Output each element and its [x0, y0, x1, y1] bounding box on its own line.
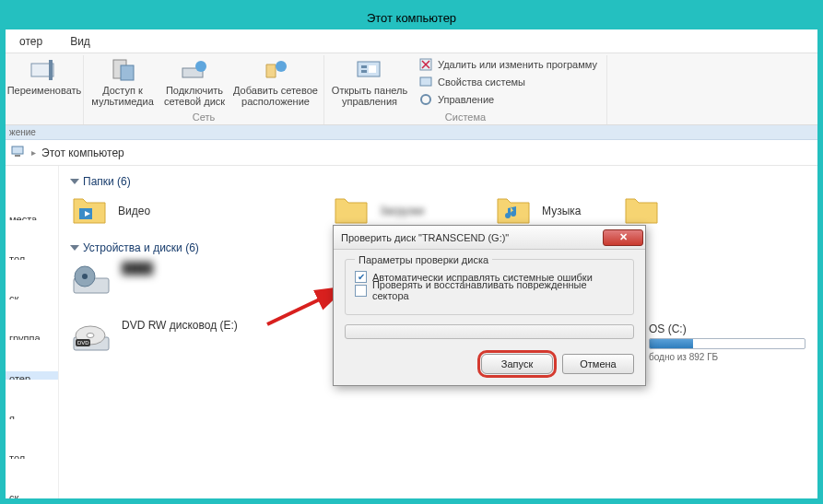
media-icon: [108, 57, 137, 83]
manage-icon: [418, 92, 433, 107]
control-panel-button[interactable]: Открыть панель управления: [330, 55, 409, 109]
svg-rect-9: [361, 70, 367, 73]
nav-this-pc[interactable]: отер: [6, 371, 58, 380]
nav-pane[interactable]: места тол ск группа отер я тол ск: [6, 166, 59, 498]
addnet-label: Добавить сетевое расположение: [233, 85, 318, 107]
nav-item-2[interactable]: тол: [6, 451, 58, 459]
svg-point-5: [195, 61, 206, 72]
option-scan-recover[interactable]: Проверять и восстанавливать поврежденные…: [355, 279, 624, 301]
folder-video[interactable]: Видео: [72, 195, 256, 227]
chevron-right-icon: ▸: [31, 147, 36, 158]
check-disk-dialog: Проверить диск "TRANSCEND (G:)" ✕ Параме…: [333, 225, 646, 386]
add-network-icon: [261, 57, 290, 83]
sysprops-label: Свойства системы: [438, 76, 525, 88]
cancel-button[interactable]: Отмена: [562, 354, 634, 374]
nav-item-1[interactable]: я: [6, 411, 58, 419]
svg-rect-3: [121, 65, 134, 80]
dvd-drive-icon: DVD: [72, 319, 112, 356]
dialog-titlebar[interactable]: Проверить диск "TRANSCEND (G:)" ✕: [334, 226, 645, 250]
nav-group[interactable]: группа: [6, 331, 58, 339]
drive-dvd[interactable]: DVD DVD RW дисковод (E:): [72, 319, 312, 356]
svg-rect-10: [369, 65, 376, 73]
tab-computer[interactable]: отер: [6, 30, 56, 53]
svg-rect-14: [12, 147, 23, 154]
options-legend: Параметры проверки диска: [355, 254, 492, 265]
folder-music-label: Музыка: [542, 205, 581, 217]
svg-text:DVD: DVD: [77, 340, 89, 346]
folder-icon: [624, 195, 661, 227]
breadcrumb-root[interactable]: Этот компьютер: [41, 147, 124, 159]
downloads-folder-icon: [334, 195, 370, 227]
ribbon-footer: жение: [6, 125, 817, 140]
uninstall-program-button[interactable]: Удалить или изменить программу: [418, 57, 597, 72]
folder-downloads[interactable]: Загрузки: [334, 195, 518, 227]
option-scan-recover-label: Проверять и восстанавливать поврежденные…: [372, 279, 624, 301]
folder-video-label: Видео: [118, 205, 150, 217]
pc-icon: [11, 144, 26, 161]
drive-dvd-label: DVD RW дисковод (E:): [122, 319, 238, 332]
media-label: Доступ к мультимедиа: [91, 85, 154, 107]
checkbox-checked-icon[interactable]: ✔: [355, 271, 367, 283]
manage-button[interactable]: Управление: [418, 92, 597, 107]
system-properties-button[interactable]: Свойства системы: [418, 75, 597, 89]
drive-os-c[interactable]: ████: [72, 262, 312, 299]
folder-generic[interactable]: [624, 195, 808, 227]
uninstall-label: Удалить или изменить программу: [438, 59, 597, 70]
svg-rect-8: [361, 65, 367, 68]
svg-rect-1: [49, 60, 53, 80]
nav-item-3[interactable]: ск: [6, 490, 58, 498]
nav-disk[interactable]: ск: [6, 291, 58, 299]
start-button[interactable]: Запуск: [481, 354, 553, 374]
nav-places[interactable]: места: [6, 212, 58, 220]
folders-section-header[interactable]: Папки (6): [72, 175, 805, 188]
uninstall-icon: [418, 57, 433, 72]
svg-rect-12: [420, 77, 431, 86]
hard-drive-icon: [72, 262, 112, 299]
devices-section-title: Устройства и диски (6): [83, 241, 199, 254]
svg-point-24: [87, 334, 94, 338]
map-drive-button[interactable]: Подключить сетевой диск: [161, 55, 228, 109]
svg-point-20: [82, 274, 88, 279]
netdrive-label: Подключить сетевой диск: [164, 85, 225, 107]
ribbon-group-network: Сеть: [193, 111, 215, 124]
checkbox-unchecked-icon[interactable]: [355, 285, 367, 297]
manage-label: Управление: [438, 94, 494, 105]
progress-bar: [345, 324, 634, 339]
folder-downloads-label: Загрузки: [380, 205, 424, 217]
ctrlpanel-label: Открыть панель управления: [332, 85, 407, 107]
close-icon: ✕: [619, 231, 628, 243]
close-button[interactable]: ✕: [603, 229, 643, 246]
rename-icon: [29, 57, 59, 83]
folders-section-title: Папки (6): [83, 175, 131, 188]
tab-view[interactable]: Вид: [56, 30, 104, 53]
svg-point-6: [276, 61, 287, 72]
dialog-title: Проверить диск "TRANSCEND (G:)": [341, 232, 509, 243]
rename-button[interactable]: Переименовать: [11, 55, 77, 98]
collapse-icon: [70, 245, 79, 251]
add-net-location-button[interactable]: Добавить сетевое расположение: [233, 55, 318, 109]
disk-check-options: Параметры проверки диска ✔ Автоматически…: [345, 259, 634, 315]
svg-rect-15: [15, 155, 20, 157]
ribbon: Переименовать Доступ к мультимедиа Подкл…: [6, 53, 817, 125]
svg-point-13: [421, 95, 430, 104]
video-folder-icon: [72, 195, 109, 227]
window-title: Этот компьютер: [367, 11, 456, 25]
control-panel-icon: [355, 57, 384, 83]
nav-desktop[interactable]: тол: [6, 252, 58, 260]
ribbon-tabs: отер Вид: [6, 29, 817, 53]
system-properties-icon: [418, 75, 433, 89]
network-drive-icon: [180, 57, 209, 83]
window-titlebar: Этот компьютер: [6, 6, 817, 29]
drive-label: ████: [122, 262, 153, 275]
rename-label: Переименовать: [7, 85, 82, 96]
ribbon-group-system: Система: [445, 111, 486, 124]
media-access-button[interactable]: Доступ к мультимедиа: [89, 55, 156, 109]
address-bar[interactable]: ▸ Этот компьютер: [6, 140, 817, 166]
collapse-icon: [70, 179, 79, 184]
